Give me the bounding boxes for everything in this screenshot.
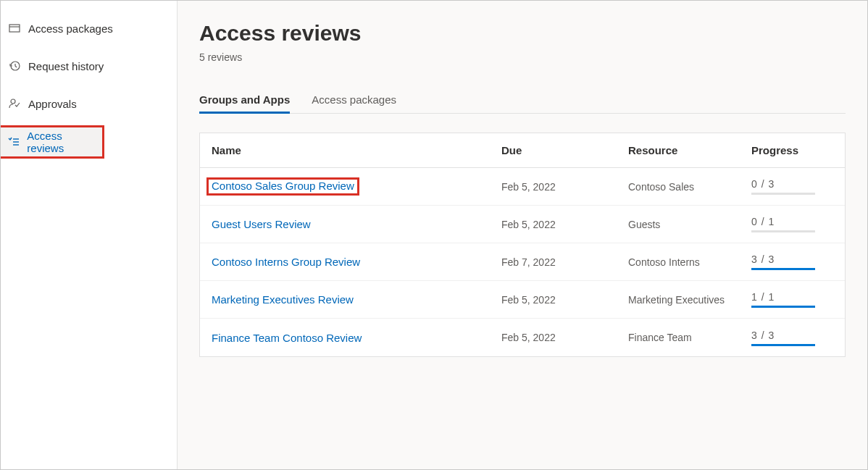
highlight-access-reviews: Access reviews [0, 125, 104, 159]
history-icon [8, 59, 21, 72]
sidebar-item-access-reviews[interactable]: Access reviews [1, 127, 102, 156]
sidebar-item-label: Access reviews [27, 130, 95, 154]
col-due: Due [501, 144, 628, 156]
progress-text: 3 / 3 [751, 330, 860, 341]
svg-rect-0 [9, 25, 20, 32]
review-link[interactable]: Guest Users Review [212, 218, 311, 230]
progress-bar [751, 306, 815, 308]
review-count: 5 reviews [199, 51, 846, 63]
reviews-table: Name Due Resource Progress Contoso Sales… [199, 133, 846, 357]
progress-text: 0 / 3 [751, 178, 860, 190]
cell-name: Contoso Sales Group Review [212, 177, 501, 196]
review-link[interactable]: Contoso Sales Group Review [212, 180, 354, 192]
sidebar-item-access-packages[interactable]: Access packages [1, 14, 177, 43]
cell-name: Finance Team Contoso Review [212, 332, 501, 344]
checklist-icon [8, 135, 20, 148]
cell-resource: Guests [628, 219, 751, 230]
cell-progress: 0 / 1 [751, 216, 860, 232]
cell-progress: 1 / 1 [751, 291, 860, 308]
cell-due: Feb 5, 2022 [501, 219, 628, 230]
main-content: Access reviews 5 reviews Groups and Apps… [178, 1, 867, 469]
cell-name: Contoso Interns Group Review [212, 256, 501, 268]
highlight-review-link: Contoso Sales Group Review [206, 177, 359, 196]
cell-due: Feb 7, 2022 [501, 256, 628, 268]
cell-progress: 3 / 3 [751, 253, 860, 270]
approvals-icon [8, 97, 21, 110]
review-link[interactable]: Finance Team Contoso Review [212, 332, 362, 344]
progress-bar [751, 268, 815, 270]
sidebar-item-label: Approvals [28, 98, 77, 110]
cell-name: Marketing Executives Review [212, 293, 501, 306]
page-title: Access reviews [199, 21, 846, 46]
progress-fill [751, 268, 815, 270]
sidebar-item-label: Access packages [28, 22, 113, 35]
cell-resource: Contoso Interns [628, 256, 751, 268]
cell-progress: 3 / 3 [751, 330, 860, 346]
col-progress: Progress [751, 144, 860, 156]
progress-bar [751, 230, 815, 232]
sidebar: Access packages Request history Approval… [1, 1, 178, 469]
table-header: Name Due Resource Progress [200, 133, 845, 168]
cell-due: Feb 5, 2022 [501, 181, 628, 193]
progress-text: 3 / 3 [751, 253, 860, 265]
cell-progress: 0 / 3 [751, 178, 860, 195]
sidebar-item-request-history[interactable]: Request history [1, 51, 177, 80]
progress-bar [751, 344, 815, 346]
progress-text: 1 / 1 [751, 291, 860, 303]
sidebar-item-approvals[interactable]: Approvals [1, 89, 177, 118]
table-row: Finance Team Contoso ReviewFeb 5, 2022Fi… [200, 319, 845, 356]
cell-resource: Marketing Executives [628, 294, 751, 306]
col-name: Name [212, 144, 501, 156]
progress-fill [751, 306, 815, 308]
table-row: Contoso Interns Group ReviewFeb 7, 2022C… [200, 243, 845, 281]
progress-bar [751, 193, 815, 195]
progress-text: 0 / 1 [751, 216, 860, 227]
review-link[interactable]: Contoso Interns Group Review [212, 256, 360, 268]
svg-point-3 [11, 99, 15, 104]
table-row: Contoso Sales Group ReviewFeb 5, 2022Con… [200, 168, 845, 206]
package-icon [8, 22, 21, 35]
cell-resource: Contoso Sales [628, 181, 751, 193]
table-row: Marketing Executives ReviewFeb 5, 2022Ma… [200, 281, 845, 319]
tabs: Groups and Apps Access packages [199, 93, 846, 114]
cell-due: Feb 5, 2022 [501, 332, 628, 343]
table-row: Guest Users ReviewFeb 5, 2022Guests0 / 1 [200, 206, 845, 243]
tab-groups-and-apps[interactable]: Groups and Apps [199, 93, 290, 113]
cell-due: Feb 5, 2022 [501, 294, 628, 306]
review-link[interactable]: Marketing Executives Review [212, 293, 354, 306]
sidebar-item-label: Request history [28, 60, 104, 72]
cell-name: Guest Users Review [212, 218, 501, 230]
progress-fill [751, 344, 815, 346]
cell-resource: Finance Team [628, 332, 751, 343]
col-resource: Resource [628, 144, 751, 156]
tab-access-packages[interactable]: Access packages [312, 93, 396, 113]
